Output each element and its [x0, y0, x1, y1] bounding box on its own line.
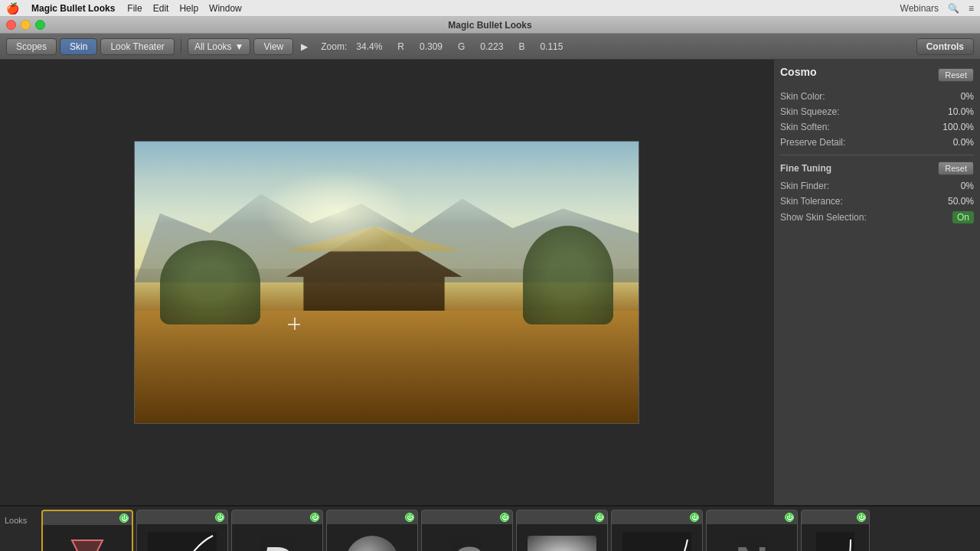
look-theater-button[interactable]: Look Theater [100, 38, 175, 55]
spotexposure-power-icon[interactable]: ⏻ [500, 513, 509, 522]
show-skin-label: Show Skin Selection: [780, 212, 867, 223]
telecinenet-header: ⏻ [707, 510, 797, 524]
search-icon[interactable]: 🔍 [948, 3, 959, 14]
window-title: Magic Bullet Looks [448, 20, 531, 31]
fine-tuning-reset-button[interactable]: Reset [938, 161, 974, 175]
autoshoulder-power-icon[interactable]: ⏻ [857, 513, 866, 522]
close-button[interactable] [6, 20, 16, 30]
spotexposure-icon-area: S [422, 524, 512, 551]
menu-window[interactable]: Window [209, 3, 242, 14]
diffusion-power-icon[interactable]: ⏻ [310, 513, 319, 522]
tools-scroll: ⏻ Cosmo ⏻ Cur [38, 507, 980, 551]
skin-tolerance-value[interactable]: 50.0% [948, 196, 974, 207]
svg-rect-4 [148, 532, 217, 551]
skin-soften-row: Skin Soften: 100.0% [780, 119, 974, 135]
skin-squeeze-label: Skin Squeeze: [780, 106, 839, 117]
r-value: 0.309 [420, 41, 443, 52]
tool-card-spotexposure[interactable]: ⏻ S Spot Exposure [421, 510, 513, 551]
diffusion-d-icon: D [260, 536, 293, 552]
menu-bar: 🍎 Magic Bullet Looks File Edit Help Wind… [0, 0, 980, 17]
minimize-button[interactable] [21, 20, 31, 30]
tool-card-cosmo[interactable]: ⏻ Cosmo [41, 510, 133, 551]
tool-card-warmcool[interactable]: ⏻ Warm/Cool [326, 510, 418, 551]
webinars-link[interactable]: Webinars [900, 3, 939, 14]
menu-help[interactable]: Help [179, 3, 198, 14]
tool-card-shoulder[interactable]: ⏻ Shoulder [611, 510, 703, 551]
skin-finder-row: Skin Finder: 0% [780, 178, 974, 194]
all-looks-dropdown[interactable]: All Looks ▼ [188, 38, 251, 55]
list-icon[interactable]: ≡ [969, 3, 974, 14]
window-controls [6, 20, 45, 30]
preview-image [134, 141, 639, 424]
tool-card-diffusion[interactable]: ⏻ D Diffusion [231, 510, 323, 551]
preserve-detail-value[interactable]: 0.0% [953, 137, 974, 148]
skin-finder-value[interactable]: 0% [961, 181, 974, 191]
tool-card-curves[interactable]: ⏻ Curves [136, 510, 228, 551]
skin-color-row: Skin Color: 0% [780, 89, 974, 104]
diffusion-icon-area: D [232, 524, 322, 551]
b-value: 0.115 [540, 41, 563, 52]
shoulder-curve-icon [622, 532, 691, 551]
warmcool-power-icon[interactable]: ⏻ [405, 513, 414, 522]
fine-tuning-section: Fine Tuning Reset [780, 161, 974, 175]
g-label: G [458, 41, 465, 52]
tool-card-vignette[interactable]: ⏻ Vignette [516, 510, 608, 551]
cosmo-icon-area [43, 525, 132, 551]
preview-area [0, 60, 773, 505]
toolbar-separator [181, 39, 181, 54]
skin-tolerance-label: Skin Tolerance: [780, 196, 843, 207]
tool-label-column: Looks Tools [0, 507, 38, 551]
spotexposure-s-icon: S [452, 536, 482, 552]
tool-card-telecinenet[interactable]: ⏻ N Telecine Net [706, 510, 798, 551]
shoulder-icon-area [612, 524, 702, 551]
cosmo-power-icon[interactable]: ⏻ [119, 514, 129, 523]
shoulder-power-icon[interactable]: ⏻ [690, 513, 699, 522]
fine-tuning-label: Fine Tuning [780, 163, 831, 174]
show-skin-row: Show Skin Selection: On [780, 209, 974, 226]
curves-power-icon[interactable]: ⏻ [215, 513, 224, 522]
menu-file[interactable]: File [127, 3, 142, 14]
skin-squeeze-value[interactable]: 10.0% [948, 106, 974, 117]
controls-divider [780, 155, 974, 155]
app-name: Magic Bullet Looks [31, 3, 115, 14]
apple-menu[interactable]: 🍎 [6, 2, 19, 15]
skin-soften-label: Skin Soften: [780, 122, 830, 132]
skin-color-value[interactable]: 0% [961, 91, 974, 102]
warmcool-icon-area [327, 524, 417, 551]
zoom-value: 34.4% [356, 41, 382, 52]
maximize-button[interactable] [35, 20, 45, 30]
controls-button[interactable]: Controls [916, 38, 974, 55]
curves-icon [148, 532, 217, 551]
view-button[interactable]: View [253, 38, 293, 55]
main-area: Cosmo Reset Skin Color: 0% Skin Squeeze:… [0, 60, 980, 505]
b-label: B [518, 41, 524, 52]
controls-title: Cosmo [780, 66, 816, 78]
looks-label: Looks [0, 513, 38, 528]
telecinenet-icon-area: N [707, 524, 797, 551]
skin-tolerance-row: Skin Tolerance: 50.0% [780, 194, 974, 209]
menu-edit[interactable]: Edit [153, 3, 169, 14]
skin-soften-value[interactable]: 100.0% [942, 122, 974, 132]
preserve-detail-label: Preserve Detail: [780, 137, 845, 148]
tool-card-autoshoulder[interactable]: ⏻ Auto Sho... [801, 510, 870, 551]
cosmo-reset-button[interactable]: Reset [938, 68, 974, 82]
vignette-power-icon[interactable]: ⏻ [595, 513, 604, 522]
autoshoulder-icon-area [802, 524, 869, 551]
tool-strip: Looks Tools ⏻ Cosmo ⏻ [0, 505, 980, 551]
title-bar: Magic Bullet Looks [0, 17, 980, 34]
g-value: 0.223 [480, 41, 503, 52]
r-label: R [397, 41, 404, 52]
scopes-button[interactable]: Scopes [6, 38, 57, 55]
spotexposure-header: ⏻ [422, 510, 512, 524]
curves-icon-area [137, 524, 227, 551]
autoshoulder-header: ⏻ [802, 510, 869, 524]
telecinenet-power-icon[interactable]: ⏻ [785, 513, 794, 522]
vignette-header: ⏻ [517, 510, 607, 524]
warmcool-header: ⏻ [327, 510, 417, 524]
skin-button[interactable]: Skin [60, 38, 97, 55]
skin-squeeze-row: Skin Squeeze: 10.0% [780, 104, 974, 119]
svg-rect-5 [622, 532, 691, 551]
menu-items: File Edit Help Window [127, 3, 241, 14]
play-button[interactable]: ▶ [296, 39, 312, 54]
show-skin-value[interactable]: On [952, 211, 974, 223]
